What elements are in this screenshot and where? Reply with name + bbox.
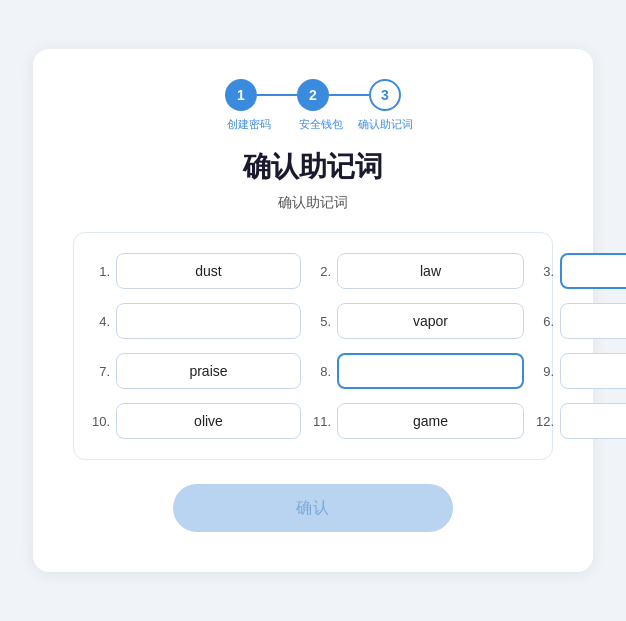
- word-index: 8.: [311, 364, 331, 379]
- word-index: 10.: [90, 414, 110, 429]
- word-cell: 10.: [90, 403, 301, 439]
- word-input[interactable]: [560, 303, 626, 339]
- word-input[interactable]: [337, 303, 524, 339]
- word-cell: 1.: [90, 253, 301, 289]
- word-cell: 12.: [534, 403, 626, 439]
- step-3: 3: [369, 79, 401, 111]
- word-index: 4.: [90, 314, 110, 329]
- step-2: 2: [297, 79, 329, 111]
- word-input[interactable]: [337, 353, 524, 389]
- step-label-3: 确认助记词: [357, 117, 413, 132]
- step-label-2: 安全钱包: [285, 117, 357, 132]
- word-cell: 5.: [311, 303, 524, 339]
- word-index: 5.: [311, 314, 331, 329]
- card: 1 2 3 创建密码 安全钱包 确认助记词 确认助记词 确认助记词 1.2.3.…: [33, 49, 593, 572]
- word-input[interactable]: [116, 303, 301, 339]
- word-cell: 6.: [534, 303, 626, 339]
- stepper: 1 2 3: [73, 79, 553, 111]
- word-index: 11.: [311, 414, 331, 429]
- step-1: 1: [225, 79, 257, 111]
- page-title: 确认助记词: [73, 148, 553, 186]
- word-input[interactable]: [560, 403, 626, 439]
- step-line-1: [257, 94, 297, 96]
- step-label-1: 创建密码: [213, 117, 285, 132]
- word-cell: 3.: [534, 253, 626, 289]
- word-cell: 9.: [534, 353, 626, 389]
- confirm-button[interactable]: 确认: [173, 484, 453, 532]
- step-line-2: [329, 94, 369, 96]
- word-cell: 11.: [311, 403, 524, 439]
- words-grid-container: 1.2.3.4.5.6.7.8.9.10.11.12.: [73, 232, 553, 460]
- word-index: 6.: [534, 314, 554, 329]
- word-index: 1.: [90, 264, 110, 279]
- word-cell: 4.: [90, 303, 301, 339]
- word-cell: 2.: [311, 253, 524, 289]
- page-container: 1 2 3 创建密码 安全钱包 确认助记词 确认助记词 确认助记词 1.2.3.…: [0, 0, 626, 621]
- word-index: 3.: [534, 264, 554, 279]
- word-cell: 7.: [90, 353, 301, 389]
- word-input[interactable]: [560, 353, 626, 389]
- step-labels: 创建密码 安全钱包 确认助记词: [73, 117, 553, 132]
- word-input[interactable]: [116, 353, 301, 389]
- subtitle: 确认助记词: [73, 194, 553, 212]
- word-input[interactable]: [560, 253, 626, 289]
- word-input[interactable]: [337, 253, 524, 289]
- word-index: 7.: [90, 364, 110, 379]
- words-grid: 1.2.3.4.5.6.7.8.9.10.11.12.: [90, 253, 536, 439]
- word-index: 12.: [534, 414, 554, 429]
- word-index: 2.: [311, 264, 331, 279]
- word-input[interactable]: [116, 403, 301, 439]
- word-input[interactable]: [116, 253, 301, 289]
- word-index: 9.: [534, 364, 554, 379]
- word-cell: 8.: [311, 353, 524, 389]
- word-input[interactable]: [337, 403, 524, 439]
